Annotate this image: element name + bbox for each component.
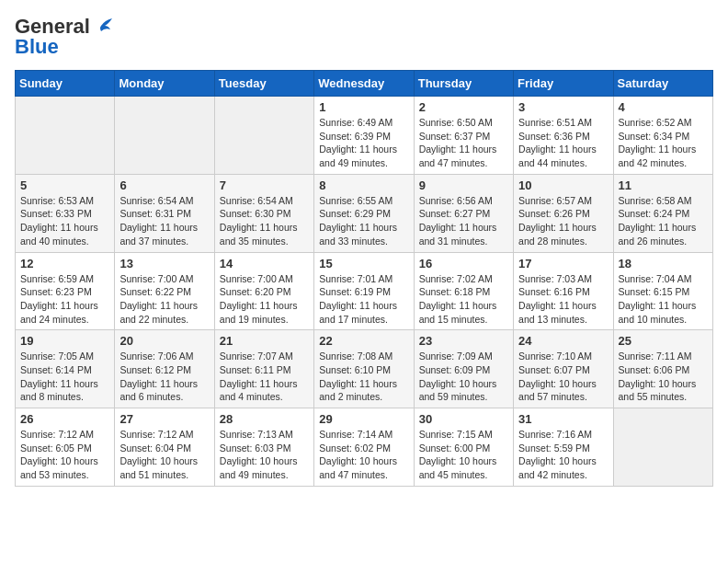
day-number: 8 — [319, 178, 408, 192]
day-info: Sunrise: 7:04 AM Sunset: 6:15 PM Dayligh… — [619, 272, 708, 327]
day-info: Sunrise: 7:03 AM Sunset: 6:16 PM Dayligh… — [518, 272, 608, 327]
calendar-day-cell — [214, 97, 313, 175]
day-info: Sunrise: 7:00 AM Sunset: 6:22 PM Dayligh… — [119, 272, 209, 327]
calendar-day-cell: 17Sunrise: 7:03 AM Sunset: 6:16 PM Dayli… — [514, 252, 613, 330]
day-info: Sunrise: 7:11 AM Sunset: 6:06 PM Dayligh… — [619, 350, 708, 404]
day-info: Sunrise: 7:06 AM Sunset: 6:12 PM Dayligh… — [119, 350, 209, 404]
day-number: 22 — [319, 334, 408, 348]
calendar-day-cell: 18Sunrise: 7:04 AM Sunset: 6:15 PM Dayli… — [613, 252, 712, 330]
calendar-day-cell: 2Sunrise: 6:50 AM Sunset: 6:37 PM Daylig… — [414, 97, 513, 175]
day-of-week-header: Sunday — [16, 71, 115, 97]
page-header: General Blue — [15, 15, 713, 59]
day-number: 21 — [220, 334, 309, 348]
day-number: 29 — [319, 412, 408, 426]
calendar-day-cell: 10Sunrise: 6:57 AM Sunset: 6:26 PM Dayli… — [514, 174, 613, 252]
calendar-day-cell: 4Sunrise: 6:52 AM Sunset: 6:34 PM Daylig… — [613, 97, 712, 175]
day-number: 23 — [419, 334, 508, 348]
day-number: 7 — [220, 178, 309, 192]
day-number: 10 — [518, 178, 608, 192]
day-info: Sunrise: 7:05 AM Sunset: 6:14 PM Dayligh… — [20, 350, 109, 404]
calendar-day-cell: 29Sunrise: 7:14 AM Sunset: 6:02 PM Dayli… — [314, 408, 414, 487]
day-info: Sunrise: 7:01 AM Sunset: 6:19 PM Dayligh… — [319, 272, 408, 327]
calendar-day-cell: 21Sunrise: 7:07 AM Sunset: 6:11 PM Dayli… — [214, 330, 313, 408]
day-info: Sunrise: 6:56 AM Sunset: 6:27 PM Dayligh… — [419, 194, 508, 248]
calendar-day-cell: 26Sunrise: 7:12 AM Sunset: 6:05 PM Dayli… — [16, 408, 115, 487]
day-info: Sunrise: 7:12 AM Sunset: 6:05 PM Dayligh… — [20, 428, 109, 482]
day-info: Sunrise: 6:54 AM Sunset: 6:30 PM Dayligh… — [220, 194, 309, 248]
calendar-day-cell: 1Sunrise: 6:49 AM Sunset: 6:39 PM Daylig… — [314, 97, 414, 175]
day-info: Sunrise: 7:09 AM Sunset: 6:09 PM Dayligh… — [419, 350, 508, 404]
day-number: 27 — [119, 412, 209, 426]
logo-bird-icon — [92, 18, 112, 35]
calendar-day-cell: 19Sunrise: 7:05 AM Sunset: 6:14 PM Dayli… — [16, 330, 115, 408]
day-of-week-header: Friday — [514, 71, 613, 97]
day-number: 26 — [20, 412, 109, 426]
day-number: 24 — [518, 334, 608, 348]
day-number: 4 — [619, 100, 708, 114]
day-info: Sunrise: 6:49 AM Sunset: 6:39 PM Dayligh… — [319, 116, 408, 170]
day-number: 18 — [619, 257, 708, 270]
logo-blue-text: Blue — [15, 35, 59, 59]
day-info: Sunrise: 7:13 AM Sunset: 6:03 PM Dayligh… — [220, 428, 309, 482]
day-number: 20 — [119, 334, 209, 348]
calendar-day-cell: 8Sunrise: 6:55 AM Sunset: 6:29 PM Daylig… — [314, 174, 414, 252]
day-info: Sunrise: 6:59 AM Sunset: 6:23 PM Dayligh… — [20, 272, 109, 327]
calendar-table: SundayMondayTuesdayWednesdayThursdayFrid… — [15, 70, 713, 487]
calendar-day-cell: 28Sunrise: 7:13 AM Sunset: 6:03 PM Dayli… — [214, 408, 313, 487]
day-info: Sunrise: 7:15 AM Sunset: 6:00 PM Dayligh… — [419, 428, 508, 482]
calendar-day-cell: 20Sunrise: 7:06 AM Sunset: 6:12 PM Dayli… — [115, 330, 214, 408]
day-info: Sunrise: 7:00 AM Sunset: 6:20 PM Dayligh… — [220, 272, 309, 327]
day-info: Sunrise: 7:07 AM Sunset: 6:11 PM Dayligh… — [220, 350, 309, 404]
day-info: Sunrise: 6:50 AM Sunset: 6:37 PM Dayligh… — [419, 116, 508, 170]
calendar-day-cell: 9Sunrise: 6:56 AM Sunset: 6:27 PM Daylig… — [414, 174, 513, 252]
day-number: 5 — [20, 178, 109, 192]
calendar-day-cell: 23Sunrise: 7:09 AM Sunset: 6:09 PM Dayli… — [414, 330, 513, 408]
calendar-week-row: 5Sunrise: 6:53 AM Sunset: 6:33 PM Daylig… — [16, 174, 713, 252]
calendar-week-row: 26Sunrise: 7:12 AM Sunset: 6:05 PM Dayli… — [16, 408, 713, 487]
day-info: Sunrise: 6:54 AM Sunset: 6:31 PM Dayligh… — [119, 194, 209, 248]
day-info: Sunrise: 6:55 AM Sunset: 6:29 PM Dayligh… — [319, 194, 408, 248]
day-number: 13 — [119, 257, 209, 270]
day-number: 16 — [419, 257, 508, 270]
calendar-day-cell: 6Sunrise: 6:54 AM Sunset: 6:31 PM Daylig… — [115, 174, 214, 252]
day-number: 19 — [20, 334, 109, 348]
calendar-day-cell: 13Sunrise: 7:00 AM Sunset: 6:22 PM Dayli… — [115, 252, 214, 330]
calendar-week-row: 12Sunrise: 6:59 AM Sunset: 6:23 PM Dayli… — [16, 252, 713, 330]
calendar-day-cell: 11Sunrise: 6:58 AM Sunset: 6:24 PM Dayli… — [613, 174, 712, 252]
day-number: 28 — [220, 412, 309, 426]
day-info: Sunrise: 7:08 AM Sunset: 6:10 PM Dayligh… — [319, 350, 408, 404]
day-number: 17 — [518, 257, 608, 270]
calendar-day-cell: 14Sunrise: 7:00 AM Sunset: 6:20 PM Dayli… — [214, 252, 313, 330]
day-number: 25 — [619, 334, 708, 348]
logo: General Blue — [15, 15, 112, 59]
day-of-week-header: Saturday — [613, 71, 712, 97]
calendar-day-cell: 3Sunrise: 6:51 AM Sunset: 6:36 PM Daylig… — [514, 97, 613, 175]
calendar-day-cell: 25Sunrise: 7:11 AM Sunset: 6:06 PM Dayli… — [613, 330, 712, 408]
day-number: 31 — [518, 412, 608, 426]
day-of-week-header: Wednesday — [314, 71, 414, 97]
day-info: Sunrise: 7:14 AM Sunset: 6:02 PM Dayligh… — [319, 428, 408, 482]
day-number: 15 — [319, 257, 408, 270]
day-number: 1 — [319, 100, 408, 114]
day-of-week-header: Tuesday — [214, 71, 313, 97]
day-info: Sunrise: 6:58 AM Sunset: 6:24 PM Dayligh… — [619, 194, 708, 248]
calendar-day-cell: 15Sunrise: 7:01 AM Sunset: 6:19 PM Dayli… — [314, 252, 414, 330]
calendar-week-row: 19Sunrise: 7:05 AM Sunset: 6:14 PM Dayli… — [16, 330, 713, 408]
day-number: 30 — [419, 412, 508, 426]
calendar-day-cell: 24Sunrise: 7:10 AM Sunset: 6:07 PM Dayli… — [514, 330, 613, 408]
day-number: 12 — [20, 257, 109, 270]
calendar-day-cell: 16Sunrise: 7:02 AM Sunset: 6:18 PM Dayli… — [414, 252, 513, 330]
day-number: 14 — [220, 257, 309, 270]
day-number: 11 — [619, 178, 708, 192]
day-info: Sunrise: 7:16 AM Sunset: 5:59 PM Dayligh… — [518, 428, 608, 482]
day-info: Sunrise: 7:10 AM Sunset: 6:07 PM Dayligh… — [518, 350, 608, 404]
day-info: Sunrise: 6:52 AM Sunset: 6:34 PM Dayligh… — [619, 116, 708, 170]
calendar-day-cell — [613, 408, 712, 487]
day-number: 3 — [518, 100, 608, 114]
calendar-day-cell: 30Sunrise: 7:15 AM Sunset: 6:00 PM Dayli… — [414, 408, 513, 487]
day-number: 2 — [419, 100, 508, 114]
calendar-day-cell — [16, 97, 115, 175]
day-info: Sunrise: 7:12 AM Sunset: 6:04 PM Dayligh… — [119, 428, 209, 482]
calendar-day-cell: 31Sunrise: 7:16 AM Sunset: 5:59 PM Dayli… — [514, 408, 613, 487]
calendar-header-row: SundayMondayTuesdayWednesdayThursdayFrid… — [16, 71, 713, 97]
